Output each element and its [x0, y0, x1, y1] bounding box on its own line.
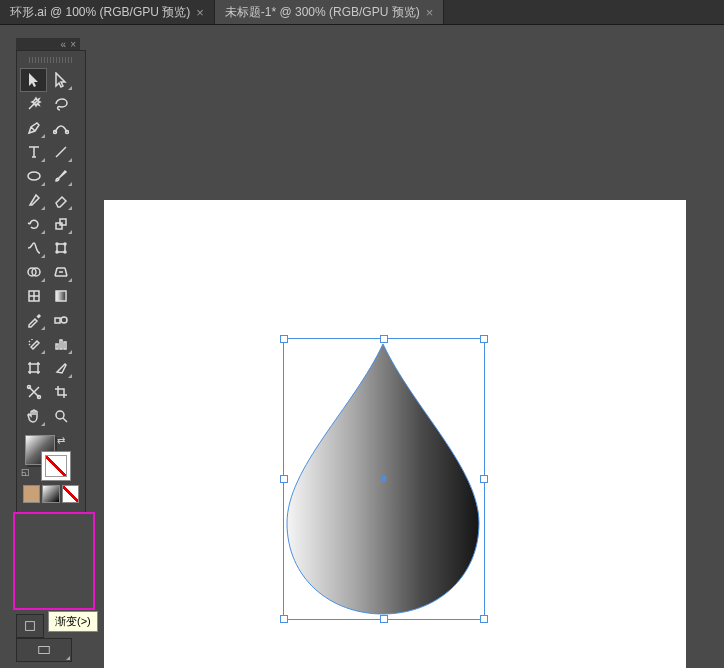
symbol-sprayer-tool[interactable]: [21, 333, 46, 355]
puppet-warp-tool[interactable]: [21, 381, 46, 403]
document-tabs: 环形.ai @ 100% (RGB/GPU 预览) × 未标题-1* @ 300…: [0, 0, 724, 25]
tab-document-1[interactable]: 环形.ai @ 100% (RGB/GPU 预览) ×: [0, 0, 215, 24]
type-tool[interactable]: [21, 141, 46, 163]
resize-handle[interactable]: [480, 615, 488, 623]
none-swatch[interactable]: [62, 485, 79, 503]
toolbox-panel: ⇄ ◱: [16, 50, 86, 514]
svg-rect-4: [60, 219, 66, 225]
svg-rect-21: [39, 647, 50, 654]
svg-point-2: [28, 172, 40, 180]
free-transform-tool[interactable]: [48, 237, 73, 259]
shaper-tool[interactable]: [21, 189, 46, 211]
collapse-icon[interactable]: «: [61, 39, 67, 50]
resize-handle[interactable]: [480, 475, 488, 483]
blend-tool[interactable]: [48, 309, 73, 331]
eyedropper-tool[interactable]: [21, 309, 46, 331]
svg-point-15: [61, 317, 67, 323]
slice-tool[interactable]: [48, 357, 73, 379]
ellipse-tool[interactable]: [21, 165, 46, 187]
swap-fill-stroke-icon[interactable]: ⇄: [57, 435, 65, 446]
svg-rect-13: [56, 291, 66, 301]
line-tool[interactable]: [48, 141, 73, 163]
zoom-tool[interactable]: [48, 405, 73, 427]
color-mode-swatches: [21, 485, 81, 503]
svg-rect-20: [26, 622, 35, 631]
close-icon[interactable]: ×: [196, 5, 204, 20]
default-fill-stroke-icon[interactable]: ◱: [21, 467, 30, 477]
panel-grip[interactable]: [29, 57, 73, 63]
draw-normal-button[interactable]: [16, 614, 44, 638]
fill-stroke-controls: ⇄ ◱: [21, 435, 81, 481]
tab-label: 未标题-1* @ 300% (RGB/GPU 预览): [225, 4, 420, 21]
svg-rect-3: [56, 223, 62, 229]
gradient-tool[interactable]: [48, 285, 73, 307]
selection-tool[interactable]: [21, 69, 46, 91]
center-point[interactable]: [381, 476, 386, 481]
column-graph-tool[interactable]: [48, 333, 73, 355]
width-tool[interactable]: [21, 237, 46, 259]
resize-handle[interactable]: [280, 335, 288, 343]
artboard-tool[interactable]: [21, 357, 46, 379]
shape-builder-tool[interactable]: [21, 261, 46, 283]
curvature-tool[interactable]: [48, 117, 73, 139]
resize-handle[interactable]: [280, 475, 288, 483]
close-icon[interactable]: ×: [426, 5, 434, 20]
color-swatch[interactable]: [23, 485, 40, 503]
tooltip: 渐变(>): [48, 611, 98, 632]
selection-bounding-box[interactable]: [283, 338, 485, 620]
scale-tool[interactable]: [48, 213, 73, 235]
eraser-tool[interactable]: [48, 189, 73, 211]
resize-handle[interactable]: [380, 335, 388, 343]
crop-tool[interactable]: [48, 381, 73, 403]
panel-header[interactable]: « ×: [16, 38, 80, 50]
resize-handle[interactable]: [380, 615, 388, 623]
svg-rect-16: [30, 364, 38, 372]
direct-selection-tool[interactable]: [48, 69, 73, 91]
resize-handle[interactable]: [280, 615, 288, 623]
hand-tool[interactable]: [21, 405, 46, 427]
svg-point-19: [56, 411, 64, 419]
tab-label: 环形.ai @ 100% (RGB/GPU 预览): [10, 4, 190, 21]
svg-rect-14: [55, 318, 60, 323]
tab-document-2[interactable]: 未标题-1* @ 300% (RGB/GPU 预览) ×: [215, 0, 444, 24]
close-icon[interactable]: ×: [70, 39, 76, 50]
magic-wand-tool[interactable]: [21, 93, 46, 115]
mesh-tool[interactable]: [21, 285, 46, 307]
tutorial-highlight: [13, 512, 95, 610]
pen-tool[interactable]: [21, 117, 46, 139]
gradient-swatch[interactable]: [42, 485, 59, 503]
lasso-tool[interactable]: [48, 93, 73, 115]
screen-mode-button[interactable]: [16, 638, 72, 662]
rotate-tool[interactable]: [21, 213, 46, 235]
resize-handle[interactable]: [480, 335, 488, 343]
stroke-swatch[interactable]: [41, 451, 71, 481]
paintbrush-tool[interactable]: [48, 165, 73, 187]
perspective-grid-tool[interactable]: [48, 261, 73, 283]
